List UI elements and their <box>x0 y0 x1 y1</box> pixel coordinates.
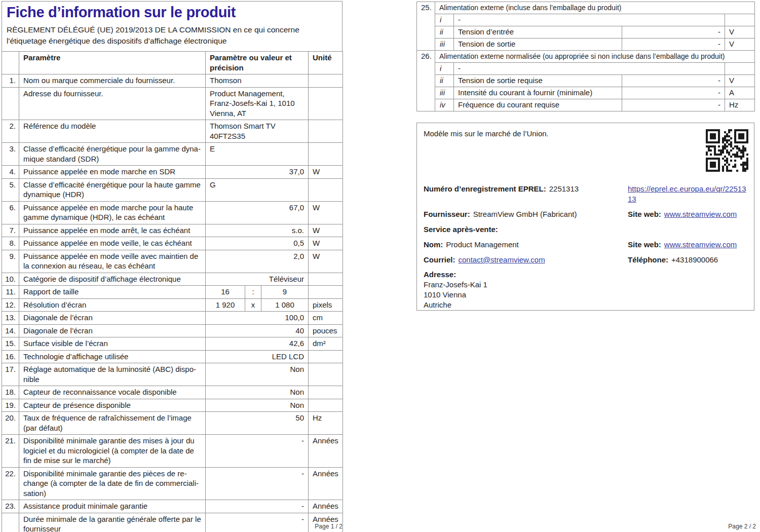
param-label: Rapport de taille <box>19 286 206 299</box>
unit-cell: W <box>309 224 343 237</box>
row-number: 12. <box>2 298 19 312</box>
section-number: 26. <box>417 51 435 111</box>
unit-cell: pixels <box>309 298 343 312</box>
page-title: Fiche d’information sur le produit <box>7 4 337 21</box>
param-value-part: : <box>245 286 261 299</box>
table-row: Adresse du fournisseur.Product Managemen… <box>2 87 343 120</box>
unit-cell: W <box>309 166 343 179</box>
eprel-row: Numéro d’enregistrement EPREL:2251313 ht… <box>424 184 747 204</box>
table-row: i- <box>417 63 755 75</box>
table-header-row: Paramètre Paramètre ou valeur et précisi… <box>2 52 343 74</box>
row-number: 2. <box>2 120 19 143</box>
unit-cell <box>309 120 343 143</box>
unit-cell <box>309 143 343 166</box>
param-label: Technologie d’affichage utilisée <box>19 350 206 363</box>
table-row: iiiTension de sortie-V <box>417 39 755 51</box>
row-number: 6. <box>2 201 19 224</box>
row-number: 4. <box>2 166 19 179</box>
param-label: Catégorie de dispositif d’affichage élec… <box>19 273 206 286</box>
param-label: Tension de sortie <box>454 39 622 51</box>
row-roman-numeral: i <box>435 14 454 26</box>
row-number: 14. <box>2 324 19 337</box>
param-value: s.o. <box>206 224 309 237</box>
section-number: 25. <box>417 2 435 51</box>
param-label: Intensité du courant à fournir (minimale… <box>454 87 622 99</box>
table-row: 23.Assistance produit minimale garantie-… <box>2 500 343 513</box>
row-roman-numeral: ii <box>435 26 454 39</box>
param-value-part: x <box>245 298 261 312</box>
unit-cell <box>309 399 343 412</box>
param-value: 42,6 <box>206 337 309 351</box>
union-market-note: Modèle mis sur le marché de l’Union. <box>424 129 747 139</box>
power-supply-table: 25.Alimentation externe (incluse dans l’… <box>416 2 755 111</box>
param-label: Taux de fréquence de rafraîchissement de… <box>19 412 206 435</box>
email-label: Courriel: <box>424 255 455 264</box>
unit-cell <box>309 363 343 386</box>
unit-cell <box>309 87 343 120</box>
row-number: 15. <box>2 337 19 351</box>
table-row: 7.Puissance appelée en mode arrêt, le ca… <box>2 224 343 237</box>
unit-cell <box>309 74 343 88</box>
param-label: Classe d’efficacité énergétique pour la … <box>19 178 206 201</box>
eprel-link[interactable]: https://eprel.ec.europa.eu/qr/2251313 <box>628 184 747 204</box>
table-row: 18.Capteur de reconnaissance vocale disp… <box>2 386 343 399</box>
row-roman-numeral: iii <box>435 87 454 99</box>
unit-cell: Années <box>309 435 343 468</box>
contact-row: Courriel:contact@streamview.com Téléphon… <box>424 255 747 265</box>
param-value-part: 9 <box>261 286 309 299</box>
header-blank-cell <box>2 52 19 74</box>
param-label: Classe d’efficacité énergétique pour la … <box>19 143 206 166</box>
param-value: Non <box>206 363 309 386</box>
address-line: Franz-Josefs-Kai 1 <box>424 280 747 290</box>
phone-number: +4318900066 <box>671 255 718 264</box>
section-title: Alimentation externe normalisée (ou appr… <box>435 51 755 63</box>
eprel-label: Numéro d’enregistrement EPREL: <box>424 184 546 193</box>
param-label: Diagonale de l’écran <box>19 324 206 337</box>
row-number: 8. <box>2 237 19 250</box>
table-row: 2.Référence du modèleThomson Smart TV 40… <box>2 120 343 143</box>
param-label: Tension d’entrée <box>454 26 622 39</box>
row-number <box>2 87 19 120</box>
after-sales-row: Service après-vente: <box>424 224 747 235</box>
table-row: 14.Diagonale de l’écran40pouces <box>2 324 343 337</box>
address-label: Adresse: <box>424 270 747 280</box>
table-row: 1.Nom ou marque commerciale du fournisse… <box>2 74 343 88</box>
unit-cell: pouces <box>309 324 343 337</box>
website-link[interactable]: www.streamview.com <box>664 240 737 249</box>
website-label: Site web: <box>628 240 661 249</box>
table-row: 22.Disponibilité minimale garantie des p… <box>2 467 343 500</box>
param-label: Fréquence du courant requise <box>454 99 622 111</box>
unit-cell <box>309 286 343 299</box>
row-number: 7. <box>2 224 19 237</box>
regulation-subtitle: RÈGLEMENT DÉLÉGUÉ (UE) 2019/2013 DE LA C… <box>7 24 337 46</box>
param-value: 67,0 <box>206 201 309 224</box>
unit-cell: Années <box>309 500 343 513</box>
param-value: 40 <box>206 324 309 337</box>
param-label: Réglage automatique de la luminosité (AB… <box>19 363 206 386</box>
row-number: 20. <box>2 412 19 435</box>
website-link[interactable]: www.streamview.com <box>664 210 737 218</box>
address-block: Adresse: Franz-Josefs-Kai 1 1010 Vienna … <box>424 270 747 310</box>
unit-cell: V <box>725 26 755 39</box>
unit-cell: V <box>725 39 755 51</box>
website-label: Site web: <box>628 210 661 218</box>
param-value: - <box>622 39 725 51</box>
row-number: 5. <box>2 178 19 201</box>
supplier-name: StreamView GmbH (Fabricant) <box>473 210 577 218</box>
row-number: 3. <box>2 143 19 166</box>
param-value: - <box>206 467 309 500</box>
param-value: - <box>622 75 725 87</box>
unit-cell: dm² <box>309 337 343 351</box>
param-value: Product Management, Franz-Josefs-Kai 1, … <box>206 87 309 120</box>
table-row: iiTension de sortie requise-V <box>417 75 755 87</box>
param-label: Adresse du fournisseur. <box>19 87 206 120</box>
param-label: Puissance appelée en mode veille avec ma… <box>19 250 206 273</box>
row-number: 9. <box>2 250 19 273</box>
supplier-info-box: Modèle mis sur le marché de l’Union. Num… <box>416 123 754 311</box>
qr-code <box>706 129 748 172</box>
param-value: - <box>206 435 309 468</box>
param-value: LED LCD <box>206 350 309 363</box>
row-number: 21. <box>2 435 19 468</box>
email-link[interactable]: contact@streamview.com <box>459 255 545 264</box>
table-row: 13.Diagonale de l’écran100,0cm <box>2 312 343 325</box>
